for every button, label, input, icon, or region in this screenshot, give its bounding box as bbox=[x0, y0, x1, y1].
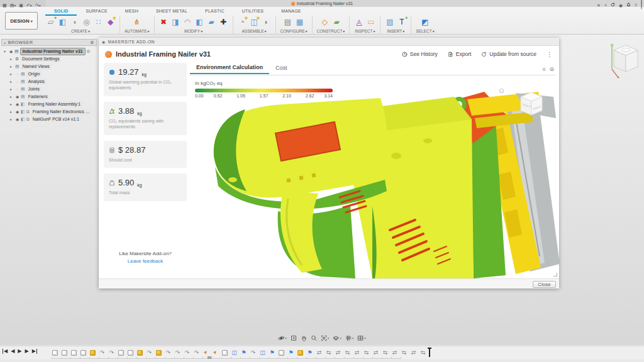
visibility-eye-icon[interactable]: ◉ bbox=[15, 117, 19, 121]
more-options-kebab-icon[interactable]: ⋮ bbox=[547, 51, 553, 58]
timeline-feature[interactable] bbox=[79, 349, 88, 357]
browser-panel-header[interactable]: « BROWSER ⚙ bbox=[1, 39, 97, 46]
export-button[interactable]: Export bbox=[448, 51, 472, 57]
timeline-feature[interactable]: ➤ bbox=[211, 349, 220, 357]
timeline-feature[interactable]: ↷ bbox=[164, 349, 173, 357]
section-analysis-icon[interactable]: ▭ bbox=[366, 18, 375, 27]
timeline-feature[interactable]: ⇄ bbox=[314, 349, 324, 357]
expand-arrow-icon[interactable]: ▸ bbox=[10, 64, 14, 69]
automate-configure-icon[interactable]: ⋔ bbox=[132, 18, 142, 27]
ribbon-group-label[interactable]: CONFIGURE bbox=[280, 29, 308, 33]
timeline-feature[interactable]: ⇄ bbox=[352, 349, 362, 357]
move-copy-icon[interactable]: ✚ bbox=[219, 18, 228, 27]
timeline-feature[interactable]: ↷ bbox=[97, 349, 107, 357]
fillet-icon[interactable]: ◠ bbox=[183, 18, 192, 27]
timeline-feature[interactable] bbox=[220, 349, 230, 357]
skip-to-end-button[interactable]: ▶ bbox=[32, 349, 37, 354]
timeline-feature[interactable]: ◫ bbox=[258, 349, 267, 357]
pan-button[interactable] bbox=[301, 335, 307, 341]
model-viewport[interactable]: RIGHT BACK ▲▲▲⚙ bbox=[189, 80, 560, 278]
timeline-feature[interactable]: ➤ bbox=[201, 349, 211, 357]
expand-arrow-icon[interactable]: ▾ bbox=[4, 49, 8, 53]
timeline-feature[interactable]: ↷ bbox=[248, 349, 258, 357]
redo-button[interactable]: ↷ bbox=[35, 0, 41, 9]
view-cube[interactable] bbox=[605, 40, 640, 82]
collapse-panel-icon[interactable]: « bbox=[4, 41, 6, 45]
account-avatar-icon[interactable] bbox=[641, 0, 642, 9]
expand-arrow-icon[interactable]: ▸ bbox=[10, 72, 14, 76]
insert-canvas-icon[interactable]: ▨ bbox=[385, 18, 394, 27]
timeline-feature[interactable] bbox=[296, 349, 305, 357]
timeline-feature[interactable]: ⇆ bbox=[399, 349, 409, 357]
workspace-selector[interactable]: DESIGN bbox=[5, 12, 38, 30]
timeline-feature[interactable]: ⇆ bbox=[362, 349, 371, 357]
browser-settings-gear-icon[interactable]: ⚙ bbox=[90, 40, 94, 45]
timeline-position-marker[interactable] bbox=[429, 348, 430, 357]
timeline-feature[interactable]: ↷ bbox=[173, 349, 182, 357]
expand-arrow-icon[interactable]: ▸ bbox=[10, 87, 14, 91]
browser-item-9[interactable]: ▸◉◧⧉NailGunF PCB v14 v1:1 bbox=[1, 116, 97, 123]
timeline-feature[interactable]: ⇆ bbox=[324, 349, 333, 357]
timeline-feature[interactable] bbox=[88, 349, 97, 357]
timeline-feature[interactable]: ⇄ bbox=[390, 349, 399, 357]
delete-icon[interactable]: ✖ bbox=[159, 18, 169, 27]
timeline-feature[interactable]: ↷ bbox=[192, 349, 201, 357]
expand-arrow-icon[interactable]: ▸ bbox=[10, 57, 14, 61]
viewport-view-cube[interactable]: RIGHT BACK bbox=[516, 88, 547, 123]
orbit-button[interactable]: ▾ bbox=[278, 335, 287, 341]
timeline-feature[interactable] bbox=[277, 349, 286, 357]
makersite-panel-header[interactable]: ◉ MAKERSITE ADD-ON bbox=[99, 38, 559, 46]
close-button[interactable]: Close bbox=[533, 281, 556, 288]
ribbon-group-label[interactable]: SELECT bbox=[416, 29, 434, 33]
timeline-feature[interactable]: ⇄ bbox=[371, 349, 380, 357]
sketch-points-icon[interactable]: ∷ bbox=[94, 18, 103, 27]
viewports-button[interactable]: ▾ bbox=[357, 335, 366, 341]
see-history-button[interactable]: See History bbox=[402, 51, 438, 57]
construction-plane-icon[interactable]: ◇ bbox=[320, 18, 330, 27]
browser-item-1[interactable]: ▸⚙Document Settings bbox=[1, 55, 97, 62]
undo-button[interactable]: ↶ bbox=[26, 0, 32, 9]
ribbon-group-label[interactable]: ASSEMBLE bbox=[242, 29, 267, 33]
timeline-feature[interactable]: ⇆ bbox=[343, 349, 352, 357]
create-sketch-icon[interactable]: ▱+ bbox=[46, 18, 55, 27]
timeline-feature[interactable] bbox=[126, 349, 135, 357]
timeline-feature[interactable]: ↷ bbox=[107, 349, 116, 357]
tab-surface[interactable]: SURFACE bbox=[77, 8, 116, 16]
timeline-feature[interactable]: ⚑ bbox=[267, 349, 277, 357]
ribbon-group-label[interactable]: AUTOMATE bbox=[125, 29, 150, 33]
save-button[interactable]: ▣ bbox=[19, 0, 23, 9]
globe-view-icon[interactable]: ⊚ bbox=[549, 66, 554, 72]
timeline-feature[interactable]: ↷ bbox=[182, 349, 192, 357]
timeline-feature[interactable]: ⇄ bbox=[409, 349, 418, 357]
browser-item-8[interactable]: ▸◉◧⧉Framing Nailer Electronics v4... bbox=[1, 108, 97, 115]
panel-resize-grip[interactable] bbox=[553, 273, 557, 277]
extensions-button[interactable]: ◉ bbox=[619, 0, 623, 9]
plastic-part-icon[interactable]: ◆★ bbox=[106, 18, 115, 27]
timeline-feature[interactable]: ⚑ bbox=[286, 349, 296, 357]
measure-icon[interactable]: ◬ bbox=[354, 18, 364, 27]
tab-manage[interactable]: MANAGE bbox=[272, 8, 310, 16]
browser-item-root[interactable]: ▾◉▤Industrial Framing Nailer v31⊙ bbox=[1, 48, 97, 55]
tab-solid[interactable]: SOLID bbox=[45, 8, 77, 16]
tab-sheet-metal[interactable]: SHEET METAL bbox=[147, 8, 196, 16]
timeline-track[interactable] bbox=[52, 357, 401, 359]
close-document-button[interactable]: ✕ bbox=[597, 0, 601, 9]
home-view-icon[interactable] bbox=[498, 85, 505, 96]
configure-features-icon[interactable]: ▦ bbox=[295, 18, 304, 27]
grid-settings-button[interactable]: ▾ bbox=[345, 335, 354, 341]
ribbon-group-label[interactable]: INSPECT bbox=[355, 29, 375, 33]
timeline-feature[interactable]: ⚑ bbox=[239, 349, 248, 357]
browser-item-3[interactable]: ▸◌▤Origin bbox=[1, 70, 97, 77]
timeline-feature[interactable]: ⚑ bbox=[305, 349, 314, 357]
notifications-button[interactable] bbox=[626, 0, 631, 9]
insert-text-icon[interactable]: T+ bbox=[397, 18, 406, 27]
offset-plane-icon[interactable]: ▰ bbox=[332, 18, 341, 27]
timeline-feature[interactable]: ⇆ bbox=[418, 349, 428, 357]
tab-plastic[interactable]: PLASTIC bbox=[196, 8, 233, 16]
display-settings-button[interactable]: ▾ bbox=[333, 335, 341, 341]
timeline-feature[interactable] bbox=[69, 349, 79, 357]
look-at-button[interactable] bbox=[291, 335, 297, 341]
visibility-eye-icon[interactable]: ◌ bbox=[15, 87, 19, 91]
fit-button[interactable]: ▾ bbox=[321, 335, 330, 341]
configuration-table-icon[interactable]: ▤ bbox=[283, 18, 292, 27]
